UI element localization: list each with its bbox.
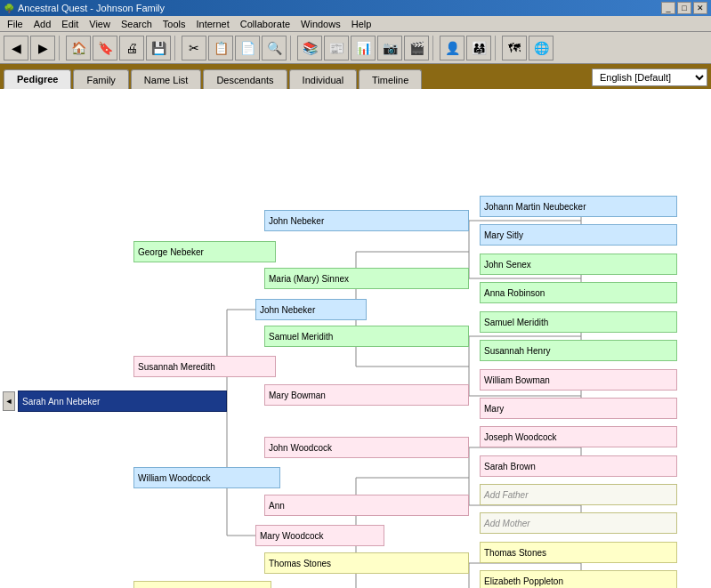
person-susannah-mer[interactable]: Susannah Meredith <box>133 356 276 377</box>
person-name-sarah-bro: Sarah Brown <box>484 462 536 471</box>
person-name-thomas-sto: Thomas Stones <box>269 559 331 568</box>
person-add-father1[interactable]: Add Father <box>480 484 677 505</box>
language-dropdown[interactable]: English [Default] <box>592 68 707 86</box>
person-elizabeth-pop[interactable]: Elizabeth Poppleton <box>480 570 677 588</box>
person-name-elizabeth-pop: Elizabeth Poppleton <box>484 576 563 586</box>
person-sarah[interactable]: Sarah Ann Nebeker <box>18 391 227 412</box>
home-btn[interactable]: 🏠 <box>66 36 91 60</box>
person-thomas-sto[interactable]: Thomas Stones <box>264 552 469 574</box>
menu-tools[interactable]: Tools <box>158 18 191 30</box>
chart-btn[interactable]: 📊 <box>351 36 376 60</box>
title-bar: 🌳 Ancestral Quest - Johnson Family _ □ ✕ <box>0 0 711 16</box>
person-susannah-hen[interactable]: Susannah Henry <box>480 340 677 361</box>
person-name-john-neb: John Nebeker <box>260 305 315 315</box>
menu-search[interactable]: Search <box>116 18 158 30</box>
person-hannah-sto[interactable]: Hannah Stones <box>133 581 271 588</box>
maximize-btn[interactable]: □ <box>677 2 691 14</box>
menu-add[interactable]: Add <box>28 18 57 30</box>
menu-internet[interactable]: Internet <box>190 18 234 30</box>
minimize-btn[interactable]: _ <box>661 2 675 14</box>
person-name-ann: Ann <box>269 501 285 511</box>
person-name-susannah-mer: Susannah Meredith <box>138 362 215 372</box>
language-select: English [Default] <box>592 68 707 86</box>
person-samuel-mer[interactable]: Samuel Meridith <box>264 326 469 347</box>
person-john-wood[interactable]: John Woodcock <box>264 437 469 458</box>
person-name-william-bow: William Bowman <box>484 375 550 385</box>
globe-btn[interactable]: 🌐 <box>529 36 553 60</box>
person-john-sen[interactable]: John Senex <box>480 254 677 275</box>
person-name-mary-sit: Mary Sitly <box>484 230 523 240</box>
person-name-anna-rob: Anna Robinson <box>484 288 545 298</box>
family-btn[interactable]: 👨‍👩‍👧 <box>466 36 491 60</box>
person-william-wood[interactable]: William Woodcock <box>133 467 280 488</box>
tab-individual[interactable]: Individual <box>289 69 357 89</box>
person-mary[interactable]: Mary <box>480 398 677 419</box>
left-arrow-btn[interactable]: ◄ <box>3 391 15 411</box>
person-samuel-mer2[interactable]: Samuel Meridith <box>480 311 677 333</box>
person-name-jm-neb: Johann Martin Neubecker <box>484 202 586 212</box>
tab-descendants[interactable]: Descendants <box>203 69 287 89</box>
tab-pedigree[interactable]: Pedigree <box>4 69 71 89</box>
person-jm-neb[interactable]: Johann Martin Neubecker <box>480 196 677 217</box>
copy-btn[interactable]: 📋 <box>208 36 233 60</box>
person-name-maria-sin: Maria (Mary) Sinnex <box>269 274 349 284</box>
person-maria-sin[interactable]: Maria (Mary) Sinnex <box>264 268 469 289</box>
back-btn[interactable]: ◀ <box>4 36 28 60</box>
person-btn[interactable]: 👤 <box>440 36 465 60</box>
search-btn[interactable]: 🔍 <box>262 36 287 60</box>
person-name-joseph-wood: Joseph Woodcock <box>484 432 557 442</box>
person-mary-bow[interactable]: Mary Bowman <box>264 384 469 406</box>
person-sarah-bro[interactable]: Sarah Brown <box>480 455 677 477</box>
person-name-mary: Mary <box>484 404 504 414</box>
toolbar: ◀ ▶ 🏠 🔖 🖨 💾 ✂ 📋 📄 🔍 📚 📰 📊 📷 🎬 👤 👨‍👩‍👧 🗺 … <box>0 32 711 64</box>
app-icon: 🌳 <box>4 4 14 13</box>
main-content: ◄ Sarah Ann Nebeker John Nebeker Mary Wo… <box>0 89 711 588</box>
person-name-susannah-hen: Susannah Henry <box>484 346 551 356</box>
person-william-bow[interactable]: William Bowman <box>480 369 677 391</box>
person-name-sarah: Sarah Ann Nebeker <box>22 397 100 407</box>
person-john-neb[interactable]: John Nebeker <box>255 299 367 320</box>
tab-name-list[interactable]: Name List <box>131 69 202 89</box>
person-mary-wood[interactable]: Mary Woodcock <box>255 525 384 546</box>
report-btn[interactable]: 📰 <box>324 36 349 60</box>
person-name-thomas-sto2: Thomas Stones <box>484 548 546 558</box>
close-btn[interactable]: ✕ <box>693 2 707 14</box>
menu-windows[interactable]: Windows <box>295 18 346 30</box>
map-btn[interactable]: 🗺 <box>502 36 527 60</box>
person-joseph-wood[interactable]: Joseph Woodcock <box>480 426 677 447</box>
bookmark-btn[interactable]: 🔖 <box>93 36 117 60</box>
person-name-add-father1: Add Father <box>484 490 528 500</box>
person-mary-sit[interactable]: Mary Sitly <box>480 224 677 246</box>
video-btn[interactable]: 🎬 <box>404 36 429 60</box>
scissors-btn[interactable]: ✂ <box>182 36 206 60</box>
person-add-mother1[interactable]: Add Mother <box>480 512 677 534</box>
save-btn[interactable]: 💾 <box>146 36 171 60</box>
menu-edit[interactable]: Edit <box>56 18 84 30</box>
menu-help[interactable]: Help <box>346 18 377 30</box>
person-ann[interactable]: Ann <box>264 495 469 516</box>
person-name-george-neb: George Nebeker <box>138 247 204 257</box>
book-btn[interactable]: 📚 <box>297 36 322 60</box>
tab-family[interactable]: Family <box>73 69 128 89</box>
person-john-neb2[interactable]: John Nebeker <box>264 210 469 231</box>
menu-bar: File Add Edit View Search Tools Internet… <box>0 16 711 32</box>
person-name-samuel-mer: Samuel Meridith <box>269 332 333 342</box>
tab-timeline[interactable]: Timeline <box>359 69 422 89</box>
person-thomas-sto2[interactable]: Thomas Stones <box>480 542 677 563</box>
person-name-william-wood: William Woodcock <box>138 473 211 483</box>
person-anna-rob[interactable]: Anna Robinson <box>480 282 677 303</box>
window-controls: _ □ ✕ <box>661 2 707 14</box>
paste-btn[interactable]: 📄 <box>235 36 260 60</box>
camera-btn[interactable]: 📷 <box>377 36 402 60</box>
print-btn[interactable]: 🖨 <box>119 36 144 60</box>
forward-btn[interactable]: ▶ <box>30 36 55 60</box>
window-title: Ancestral Quest - Johnson Family <box>18 3 165 13</box>
pedigree-chart: ◄ Sarah Ann Nebeker John Nebeker Mary Wo… <box>0 89 711 588</box>
person-name-add-mother1: Add Mother <box>484 519 530 528</box>
menu-view[interactable]: View <box>84 18 116 30</box>
person-george-neb[interactable]: George Nebeker <box>133 241 276 262</box>
menu-file[interactable]: File <box>2 18 28 30</box>
menu-collaborate[interactable]: Collaborate <box>235 18 295 30</box>
person-name-john-neb2: John Nebeker <box>269 216 324 226</box>
person-name-john-sen: John Senex <box>484 260 531 270</box>
